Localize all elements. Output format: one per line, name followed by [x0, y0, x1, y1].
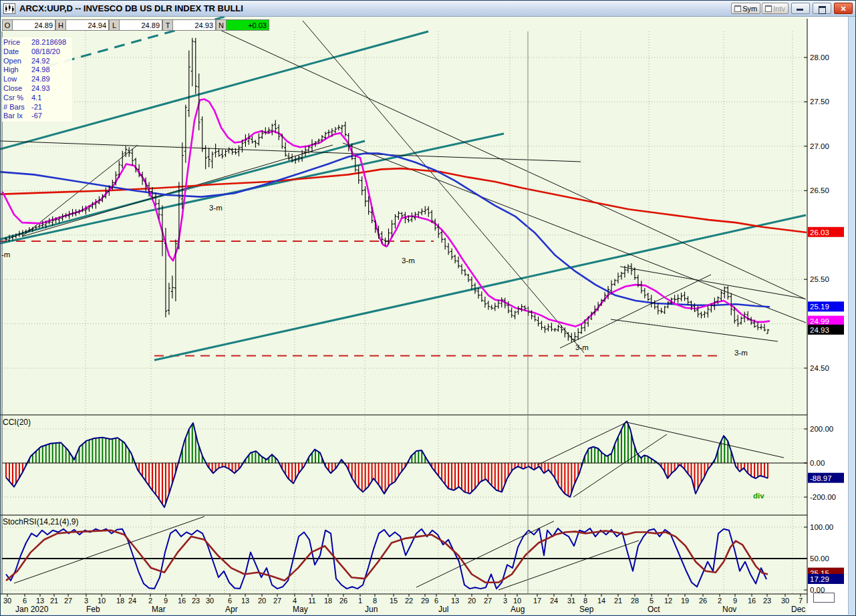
svg-text:25.19: 25.19: [810, 303, 829, 311]
x-axis-day-label: 20: [258, 597, 266, 605]
x-axis-day-label: 30: [3, 597, 11, 605]
x-axis-day-label: 21: [50, 597, 58, 605]
x-axis-day-label: 1: [358, 597, 362, 605]
chart-annotation: 3-m: [734, 349, 748, 357]
axis-corner-box: [813, 593, 835, 603]
x-axis-day-label: 22: [405, 597, 413, 605]
x-axis-day-label: 3: [84, 597, 88, 605]
axis-price-tag: 24.99: [808, 316, 844, 326]
x-axis-month-label: Aug: [511, 605, 525, 614]
x-axis-day-label: 11: [308, 597, 315, 605]
crosshair-info-box: Price28.218698Date08/18/20Open24.92High2…: [2, 37, 72, 122]
maximize-icon: [819, 6, 826, 14]
x-axis-day-label: 4: [293, 597, 297, 605]
x-axis-day-label: 13: [36, 597, 44, 605]
svg-text:17.29: 17.29: [810, 575, 829, 583]
axis-price-tag: 25.19: [808, 301, 844, 311]
info-row: Price28.218698: [3, 38, 71, 47]
x-axis-month-label: Sep: [579, 605, 594, 614]
window-frame-right: [848, 17, 856, 616]
svg-text:24.93: 24.93: [810, 326, 829, 334]
x-axis-day-label: 23: [763, 597, 771, 605]
svg-text:26.03: 26.03: [810, 228, 829, 237]
x-axis-day-label: 21: [614, 597, 622, 605]
intv-button-label: Intv: [773, 5, 785, 13]
info-row: Open24.92: [3, 57, 71, 66]
quote-field-label: N: [216, 19, 226, 31]
x-axis-day-label: 15: [390, 597, 398, 605]
info-row: Close24.93: [3, 84, 71, 94]
window-title: ARCX:UUP,D -- INVESCO DB US DLR INDEX TR…: [19, 3, 243, 13]
x-axis-month-label: Dec: [791, 605, 805, 614]
chart-area[interactable]: 28.0027.5027.0026.5025.5024.50200.000.00…: [1, 17, 856, 616]
sym-window-icon: [734, 5, 741, 12]
x-axis-month-label: Jul: [438, 605, 448, 614]
x-axis-month-label: Nov: [722, 605, 736, 614]
minimize-button[interactable]: [791, 3, 810, 14]
info-row: Date08/18/20: [3, 47, 71, 57]
chart-annotation: 3-m: [402, 257, 415, 265]
chart-annotation: 3-m: [575, 343, 589, 351]
y-axis-label: 25.50: [810, 275, 829, 283]
x-axis-day-label: 16: [178, 597, 186, 605]
chart-canvas[interactable]: 28.0027.5027.0026.5025.5024.50200.000.00…: [1, 17, 856, 616]
x-axis-day-label: 26: [699, 597, 707, 605]
x-axis-day-label: 8: [373, 597, 377, 605]
svg-text:24.99: 24.99: [810, 317, 829, 325]
stoch-panel-label: StochRSI(14,21(4),9): [3, 517, 78, 526]
quote-field-value: 24.93: [172, 19, 216, 31]
x-axis-day-label: 13: [241, 597, 249, 605]
x-axis-day-label: 6: [23, 597, 27, 605]
quote-field-value: 24.89: [119, 19, 162, 31]
x-axis-day-label: 10: [98, 597, 106, 605]
sym-button-label: Sym: [742, 5, 757, 13]
x-axis-day-label: 3: [503, 597, 507, 605]
x-axis-day-label: 2: [718, 597, 722, 605]
close-button[interactable]: ✕: [834, 3, 853, 14]
quote-field-value: 24.89: [12, 19, 55, 31]
x-axis-day-label: 27: [484, 597, 492, 605]
x-axis-day-label: 14: [597, 597, 605, 605]
x-axis-month-label: Apr: [225, 605, 238, 614]
maximize-button[interactable]: [813, 3, 831, 14]
chart-annotation: 3-m: [209, 204, 223, 212]
axis-price-tag: 26.03: [808, 227, 844, 237]
x-axis-day-label: 19: [681, 597, 689, 605]
chart-window: ARCX:UUP,D -- INVESCO DB US DLR INDEX TR…: [0, 0, 856, 616]
minimize-icon: [797, 9, 803, 11]
sym-button[interactable]: Sym: [731, 3, 760, 14]
axis-price-tag: 17.29: [808, 574, 844, 584]
y-axis-label: 26.50: [810, 186, 829, 194]
x-axis-day-label: 12: [664, 597, 672, 605]
x-axis-day-label: 20: [468, 597, 476, 605]
intv-button[interactable]: Intv: [762, 3, 789, 14]
info-row: Bar Ix-67: [3, 112, 71, 121]
x-axis-day-label: 23: [192, 597, 200, 605]
y-axis-label: 200.00: [810, 425, 833, 433]
info-row: # Bars-21: [3, 103, 71, 112]
quote-field-label: H: [55, 19, 65, 31]
x-axis-day-label: 18: [324, 597, 332, 605]
x-axis-day-label: 10: [513, 597, 521, 605]
chart-annotation: -m: [1, 251, 10, 259]
x-axis-day-label: 6: [228, 597, 232, 605]
x-axis-month-label: Jun: [365, 605, 378, 614]
intv-window-icon: [765, 5, 772, 12]
y-axis-label: -200.00: [810, 493, 836, 501]
info-row: Low24.89: [3, 75, 71, 84]
chart-annotation: div: [753, 492, 764, 500]
close-icon: ✕: [840, 5, 846, 13]
x-axis-day-label: 29: [421, 597, 429, 605]
x-axis-day-label: 17: [533, 597, 541, 605]
svg-text:-88.97: -88.97: [810, 474, 832, 482]
y-axis-label: 50.00: [810, 555, 829, 563]
x-axis-day-label: 9: [164, 597, 168, 605]
x-axis-day-label: 5: [650, 597, 654, 605]
y-axis-label: 100.00: [810, 523, 833, 531]
x-axis-day-label: 9: [733, 597, 737, 605]
x-axis-day-label: 13: [451, 597, 459, 605]
x-axis-month-label: Oct: [648, 605, 660, 614]
titlebar[interactable]: ARCX:UUP,D -- INVESCO DB US DLR INDEX TR…: [1, 1, 855, 17]
x-axis-day-label: 28: [631, 597, 639, 605]
x-axis-day-label: 31: [567, 597, 575, 605]
